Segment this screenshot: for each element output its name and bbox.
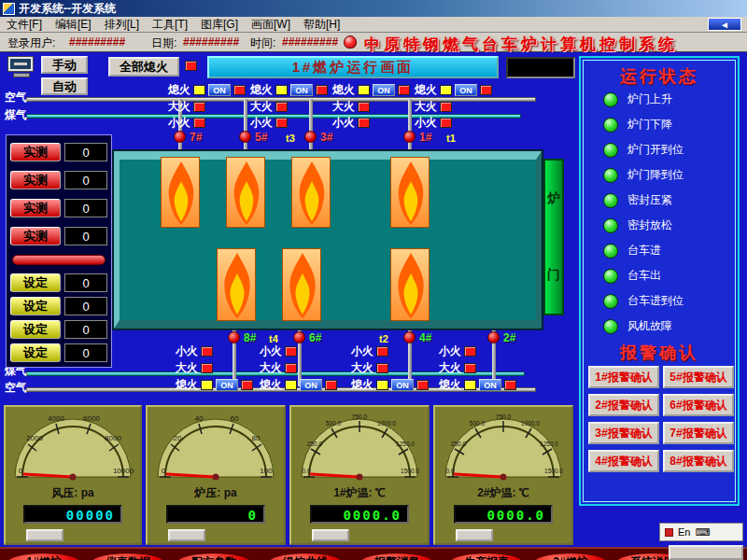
svg-text:1250.0: 1250.0: [396, 441, 415, 447]
alarm-confirm-button-8[interactable]: 8#报警确认: [663, 450, 734, 472]
on-button[interactable]: ON: [455, 84, 477, 96]
status-light-icon: [603, 143, 618, 158]
alarm-confirm-button-4[interactable]: 4#报警确认: [588, 450, 659, 472]
computer-icon[interactable]: [7, 56, 35, 80]
menu-arrange[interactable]: 排列[L]: [98, 17, 146, 33]
nav-alarm-messages[interactable]: 报警消息: [360, 553, 433, 560]
extinguish-label: 熄火: [176, 379, 198, 391]
on-button[interactable]: ON: [290, 84, 313, 96]
keyboard-icon[interactable]: ⌨: [695, 526, 710, 539]
bottom-nav-bar: 1#燃炉 仪表数据 配方参数 温控曲线 报警消息 生产报表 2#燃炉 系统说明: [0, 547, 747, 560]
measured-button[interactable]: 实测: [10, 143, 61, 161]
on-button[interactable]: ON: [479, 379, 501, 391]
gauge-button[interactable]: [312, 529, 349, 541]
app-logo-icon: ◄: [708, 18, 741, 31]
burner-flame: [291, 157, 331, 228]
gauge-led-display: 0: [166, 505, 265, 524]
gauge-button[interactable]: [168, 529, 205, 541]
gauge-button[interactable]: [26, 529, 63, 541]
setpoint-row: 设定 0: [10, 273, 107, 292]
burner-off-group: 熄火 ON: [439, 379, 516, 391]
measurement-panel: 实测 0 实测 0 实测 0 实测 0 设定 0 设定 0: [6, 134, 112, 368]
time-label: 时间:: [250, 35, 275, 51]
measured-button[interactable]: 实测: [10, 171, 61, 189]
setpoint-row: 设定 0: [10, 297, 107, 315]
svg-text:750.0: 750.0: [496, 413, 512, 420]
small-fire-label: 小火: [351, 345, 374, 357]
on-button[interactable]: ON: [208, 84, 231, 96]
burner-off-group: 熄火 ON: [260, 379, 337, 391]
svg-text:250.0: 250.0: [451, 441, 467, 447]
nav-temp-curve[interactable]: 温控曲线: [269, 553, 342, 560]
all-extinguish-button[interactable]: 全部熄火: [108, 57, 179, 77]
alarm-confirm-button-2[interactable]: 2#报警确认: [588, 394, 659, 416]
small-fire-group: 小火: [439, 345, 476, 357]
on-button[interactable]: ON: [373, 84, 395, 96]
big-fire-group: 大火: [250, 101, 288, 113]
alarm-confirm-button-1[interactable]: 1#报警确认: [588, 366, 659, 388]
menu-screen[interactable]: 画面[W]: [245, 17, 297, 33]
auto-button[interactable]: 自动: [41, 77, 88, 95]
extinguish-indicator: [275, 85, 288, 95]
svg-text:0.0: 0.0: [445, 468, 454, 474]
measured-button[interactable]: 实测: [10, 227, 61, 245]
on-button[interactable]: ON: [216, 379, 238, 391]
manual-button[interactable]: 手动: [41, 56, 88, 74]
menu-edit[interactable]: 编辑[E]: [49, 17, 98, 33]
menu-library[interactable]: 图库[G]: [194, 17, 245, 33]
extinguish-indicator: [376, 380, 388, 390]
setpoint-button[interactable]: 设定: [10, 320, 61, 339]
nav-recipe-params[interactable]: 配方参数: [177, 553, 250, 560]
small-fire-group: 小火: [351, 345, 388, 357]
alarm-confirm-button-3[interactable]: 3#报警确认: [588, 422, 659, 444]
ime-tray: [669, 545, 743, 560]
login-label: 登录用户:: [7, 35, 55, 51]
setpoint-button[interactable]: 设定: [10, 273, 61, 292]
big-fire-indicator: [193, 102, 205, 112]
menu-help[interactable]: 帮助[H]: [297, 17, 346, 33]
alarm-confirm-button-6[interactable]: 6#报警确认: [663, 394, 734, 416]
burner-label: 6#: [309, 331, 321, 344]
gauge-button[interactable]: [456, 529, 493, 541]
extinguish-indicator: [201, 380, 213, 390]
on-button[interactable]: ON: [300, 379, 322, 391]
gauge-label: 风压: pa: [51, 485, 93, 501]
setpoint-button[interactable]: 设定: [10, 343, 61, 362]
on-button[interactable]: ON: [391, 379, 414, 391]
big-fire-label: 大火: [168, 101, 190, 113]
alarm-confirm-button-7[interactable]: 7#报警确认: [663, 422, 734, 444]
status-light-icon: [603, 168, 618, 183]
measured-button[interactable]: 实测: [10, 199, 61, 217]
menu-file[interactable]: 文件[F]: [0, 17, 49, 33]
ime-language[interactable]: En: [678, 526, 690, 538]
nav-furnace-2[interactable]: 2#燃炉: [534, 553, 607, 560]
status-row: 台车出: [603, 268, 661, 284]
ime-toolbar[interactable]: En ⌨: [659, 523, 743, 541]
big-fire-indicator: [440, 102, 452, 112]
status-row: 炉门下降: [603, 117, 672, 133]
gas-valve-icon: [174, 131, 186, 143]
setpoint-button[interactable]: 设定: [10, 297, 61, 315]
nav-furnace-1[interactable]: 1#燃炉: [7, 553, 80, 560]
big-fire-group: 大火: [260, 362, 297, 374]
svg-text:2000: 2000: [26, 434, 43, 442]
fire-indicator: [325, 380, 337, 390]
nav-production-report[interactable]: 生产报表: [450, 553, 523, 560]
status-light-icon: [603, 294, 618, 309]
gas-valve-icon: [304, 131, 317, 143]
nav-instrument-data[interactable]: 仪表数据: [92, 553, 164, 560]
gas-valve-icon: [293, 331, 305, 343]
svg-text:0: 0: [19, 467, 23, 475]
menubar: 文件[F] 编辑[E] 排列[L] 工具[T] 图库[G] 画面[W] 帮助[H…: [0, 17, 747, 33]
small-fire-label: 小火: [168, 117, 190, 129]
big-fire-group: 大火: [176, 362, 213, 374]
alarm-confirm-button-5[interactable]: 5#报警确认: [663, 366, 734, 388]
big-fire-group: 大火: [332, 101, 370, 113]
menu-tools[interactable]: 工具[T]: [146, 17, 194, 33]
gas-pipe-label-top: 煤气: [5, 107, 27, 123]
status-light-icon: [603, 244, 618, 259]
air-pipe-label-bottom: 空气: [5, 380, 27, 396]
date-value: #########: [183, 35, 239, 49]
extinguish-label: 熄火: [332, 84, 355, 96]
measured-row: 实测 0: [10, 143, 107, 161]
